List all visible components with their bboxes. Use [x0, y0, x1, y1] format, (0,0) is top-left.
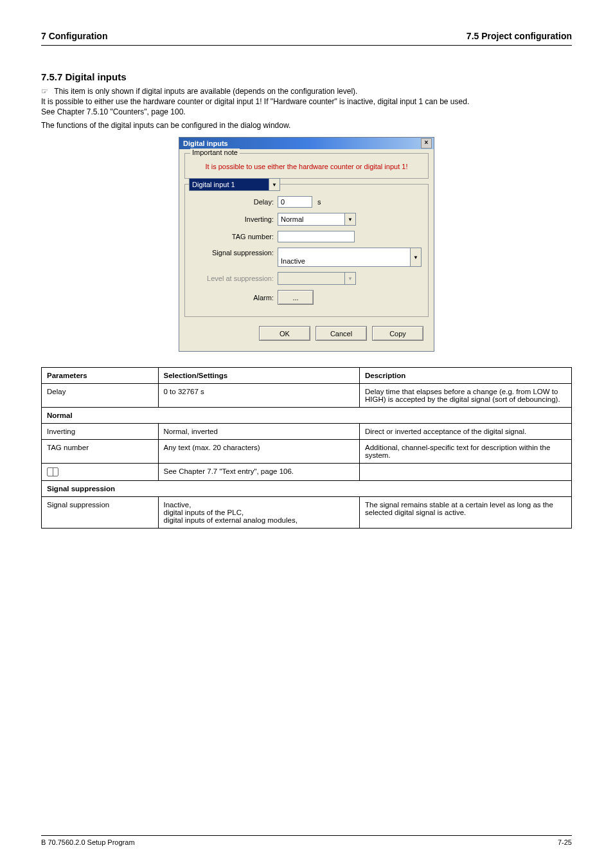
table-row: Signal suppression — [42, 481, 572, 497]
cell-sel: 0 to 32767 s — [158, 384, 360, 408]
col-param: Parameters — [42, 368, 159, 384]
table-row: Inverting Normal, inverted Direct or inv… — [42, 424, 572, 440]
footer-left: B 70.7560.2.0 Setup Program — [41, 838, 135, 846]
inverting-select[interactable]: Normal ▼ — [278, 213, 356, 226]
section-title: 7.5.7 Digital inputs — [41, 71, 572, 82]
note-line-2: It is possible to either use the hardwar… — [41, 97, 469, 106]
close-icon[interactable]: × — [421, 138, 432, 149]
cell-desc: Direct or inverted acceptance of the dig… — [360, 424, 572, 440]
cell-sel: See Chapter 7.7 "Text entry", page 106. — [158, 464, 360, 481]
level-label: Level at suppression: — [190, 275, 278, 282]
signal-suppression-label: Signal suppression: — [190, 248, 278, 257]
cell-desc: Additional, channel-specific text for de… — [360, 440, 572, 464]
digital-input-select-value: Digital input 1 — [190, 179, 269, 190]
chevron-down-icon[interactable]: ▼ — [344, 213, 355, 225]
delay-unit: s — [317, 198, 321, 206]
cell-desc: Delay time that elapses before a change … — [360, 384, 572, 408]
alarm-label: Alarm: — [190, 294, 278, 302]
parameter-table: Parameters Selection/Settings Descriptio… — [41, 367, 572, 529]
cell-desc — [360, 464, 572, 481]
table-row: TAG number Any text (max. 20 characters)… — [42, 440, 572, 464]
tag-input[interactable] — [278, 231, 355, 242]
dialog-titlebar: Digital inputs × — [179, 138, 434, 149]
chevron-down-icon: ▼ — [344, 273, 355, 284]
input-group: Digital input 1 ▼ Delay: 0 s Inverting: … — [184, 184, 429, 317]
alarm-button[interactable]: ... — [278, 290, 314, 305]
book-icon — [47, 467, 58, 476]
table-row: Delay 0 to 32767 s Delay time that elaps… — [42, 384, 572, 408]
footer-right: 7-25 — [558, 838, 572, 846]
important-note-label: Important note — [190, 149, 240, 156]
table-row: Normal — [42, 408, 572, 424]
chevron-down-icon[interactable]: ▼ — [269, 179, 280, 190]
digital-inputs-dialog: Digital inputs × Important note It is po… — [179, 137, 434, 352]
ok-button[interactable]: OK — [259, 326, 310, 341]
header-rule — [41, 45, 572, 46]
cell-sel: Any text (max. 20 characters) — [158, 440, 360, 464]
delay-input[interactable]: 0 — [278, 196, 312, 208]
note-block: ☞ This item is only shown if digital inp… — [41, 86, 572, 118]
subheader-sigsup: Signal suppression — [42, 481, 572, 497]
inverting-value: Normal — [278, 213, 344, 225]
signal-suppression-value: Inactive — [278, 248, 410, 266]
level-select: ▼ — [278, 272, 356, 285]
page-heading: 7.5 Project configuration — [466, 31, 572, 41]
note-line-3: See Chapter 7.5.10 "Counters", page 100. — [41, 107, 186, 116]
delay-label: Delay: — [190, 198, 278, 206]
cancel-button[interactable]: Cancel — [315, 326, 367, 341]
digital-input-select[interactable]: Digital input 1 ▼ — [189, 178, 280, 191]
important-note-group: Important note It is possible to use eit… — [184, 153, 429, 179]
table-row: Signal suppression Inactive, digital inp… — [42, 497, 572, 529]
col-selection: Selection/Settings — [158, 368, 360, 384]
chevron-down-icon[interactable]: ▼ — [410, 248, 421, 266]
note-icon: ☞ — [41, 86, 48, 96]
cell-param: TAG number — [42, 440, 159, 464]
cell-param — [42, 464, 159, 481]
signal-suppression-select[interactable]: Inactive ▼ — [278, 248, 422, 267]
cell-param: Inverting — [42, 424, 159, 440]
cell-param: Delay — [42, 384, 159, 408]
cell-sel: Inactive, digital inputs of the PLC, dig… — [158, 497, 360, 529]
footer: B 70.7560.2.0 Setup Program 7-25 — [41, 835, 572, 846]
chapter-heading: 7 Configuration — [41, 31, 107, 41]
inverting-label: Inverting: — [190, 215, 278, 223]
important-note-text: It is possible to use either the hardwar… — [190, 159, 423, 172]
tag-label: TAG number: — [190, 233, 278, 240]
subheader-normal: Normal — [42, 408, 572, 424]
col-description: Description — [360, 368, 572, 384]
table-row: See Chapter 7.7 "Text entry", page 106. — [42, 464, 572, 481]
intro-text: The functions of the digital inputs can … — [41, 120, 572, 131]
copy-button[interactable]: Copy — [372, 326, 423, 341]
cell-desc: The signal remains stable at a certain l… — [360, 497, 572, 529]
level-value — [278, 273, 344, 284]
note-line-1: This item is only shown if digital input… — [54, 87, 357, 96]
cell-sel: Normal, inverted — [158, 424, 360, 440]
cell-param: Signal suppression — [42, 497, 159, 529]
dialog-title: Digital inputs — [183, 140, 228, 147]
